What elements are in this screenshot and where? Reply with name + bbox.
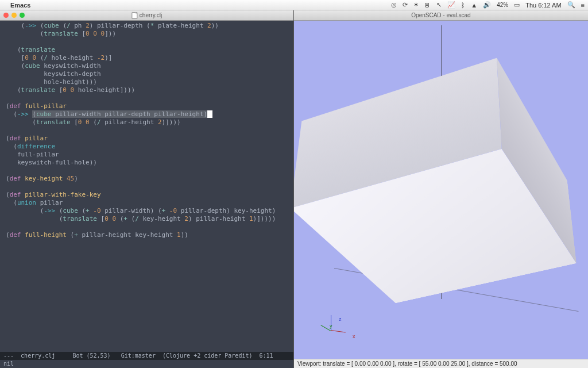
shield-icon[interactable]: ⛨	[424, 2, 431, 9]
active-app-name[interactable]: Emacs	[10, 2, 30, 9]
emacs-minibuffer[interactable]: nil	[0, 360, 293, 368]
emacs-modeline: --- cherry.clj Bot (52,53) Git:master (C…	[0, 352, 293, 360]
bluetooth-icon[interactable]: ᛒ	[461, 2, 465, 9]
wifi-icon[interactable]: ▲	[471, 2, 477, 9]
circle-status-icon[interactable]: ◎	[391, 1, 397, 9]
volume-icon[interactable]: 🔊	[483, 1, 491, 9]
emacs-window: cherry.clj (->> (cube (/ ph 2) pillar-de…	[0, 10, 294, 368]
wand-icon[interactable]: ✶	[413, 1, 419, 9]
pointer-icon[interactable]: ↖	[436, 1, 442, 9]
battery-percent[interactable]: 42%	[497, 2, 508, 8]
window-close-icon[interactable]	[3, 13, 9, 18]
openscad-window: OpenSCAD - eval.scad z x y Viewport:	[294, 10, 588, 368]
code-editor[interactable]: (->> (cube (/ ph 2) pillar-depth (* plat…	[0, 21, 293, 352]
mac-menubar: Emacs ◎ ⟳ ✶ ⛨ ↖ 📈 ᛒ ▲ 🔊 42% ▭ Thu 6:12 A…	[0, 0, 588, 10]
openscad-viewport[interactable]: z x y	[294, 21, 588, 359]
emacs-titlebar[interactable]: cherry.clj	[0, 10, 293, 21]
window-minimize-icon[interactable]	[11, 13, 17, 18]
axis-label-y: y	[330, 323, 332, 329]
openscad-title: OpenSCAD - eval.scad	[411, 12, 470, 18]
openscad-statusbar: Viewport: translate = [ 0.00 0.00 0.00 ]…	[294, 359, 588, 368]
activity-icon[interactable]: 📈	[447, 1, 455, 9]
notification-center-icon[interactable]: ≡	[581, 2, 585, 9]
openscad-titlebar[interactable]: OpenSCAD - eval.scad	[294, 10, 588, 21]
document-icon	[131, 12, 137, 19]
emacs-title-filename: cherry.clj	[140, 12, 162, 18]
axis-label-x: x	[353, 334, 355, 339]
spotlight-icon[interactable]: 🔍	[567, 1, 575, 9]
sync-icon[interactable]: ⟳	[403, 1, 408, 9]
battery-icon[interactable]: ▭	[514, 1, 520, 9]
axis-label-z: z	[339, 316, 342, 322]
menubar-clock[interactable]: Thu 6:12 AM	[525, 2, 561, 9]
window-zoom-icon[interactable]	[20, 13, 25, 18]
axis-indicator: z x y	[331, 315, 356, 340]
